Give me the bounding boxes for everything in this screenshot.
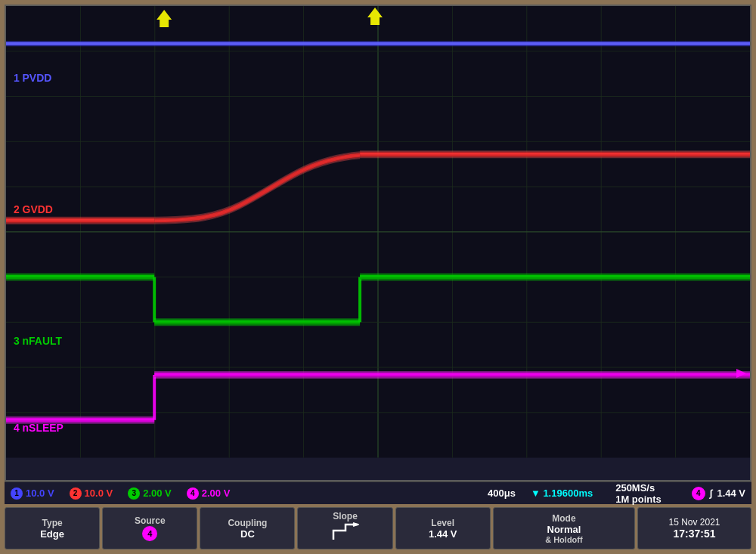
ch1-label: 1 PVDD (14, 72, 51, 84)
source-button[interactable]: Source 4 (102, 507, 197, 549)
ch2-value: 10.0 V (85, 487, 113, 499)
datetime-display: 15 Nov 2021 17:37:51 (637, 507, 751, 549)
cursor-time: ▼ 1.19600ms (531, 487, 593, 499)
trigger-info: 4 ∫ 1.44 V (692, 487, 745, 500)
ch1-value: 10.0 V (26, 487, 54, 499)
ch2-badge: 2 (70, 487, 82, 500)
ch3-badge: 3 (128, 487, 140, 500)
trigger-level: 1.44 V (717, 487, 745, 499)
coupling-button[interactable]: Coupling DC (200, 507, 295, 549)
ch4-info: 4 2.00 V (187, 487, 231, 500)
ch3-label: 3 nFAULT (14, 335, 62, 347)
ch1-waveform (6, 42, 750, 45)
ch4-value: 2.00 V (202, 487, 231, 499)
slope-button[interactable]: Slope (297, 507, 392, 549)
oscilloscope: 1 PVDD 2 GVDD 3 nFAULT 4 nSLEEP 1 10.0 V… (0, 0, 756, 554)
button-bar: Type Edge Source 4 Coupling DC Slope (5, 504, 751, 549)
ch1-badge: 1 (11, 487, 23, 500)
ch4-label: 4 nSLEEP (14, 422, 64, 434)
ch3-info: 3 2.00 V (128, 487, 172, 500)
ch3-value: 2.00 V (143, 487, 172, 499)
time-info: 400μs ▼ 1.19600ms (488, 487, 593, 499)
waveform-svg: 1 PVDD 2 GVDD 3 nFAULT 4 nSLEEP (6, 6, 750, 458)
sample-rate-info: 250MS/s 1M points (615, 482, 662, 505)
slope-icon (332, 522, 359, 546)
ch2-label: 2 GVDD (14, 203, 53, 215)
trigger-ch-badge: 4 (692, 487, 705, 500)
source-badge: 4 (142, 526, 157, 541)
ch1-info: 1 10.0 V (11, 487, 54, 500)
mode-button[interactable]: Mode Normal & Holdoff (493, 507, 635, 549)
ch2-info: 2 10.0 V (70, 487, 113, 500)
info-bar: 1 10.0 V 2 10.0 V 3 2.00 V 4 2.00 V (5, 481, 751, 504)
time-div: 400μs (488, 487, 516, 499)
level-button[interactable]: Level 1.44 V (395, 507, 491, 549)
type-edge-button[interactable]: Type Edge (5, 507, 100, 549)
ch4-badge: 4 (187, 487, 199, 500)
waveform-screen: 1 PVDD 2 GVDD 3 nFAULT 4 nSLEEP (5, 5, 751, 481)
